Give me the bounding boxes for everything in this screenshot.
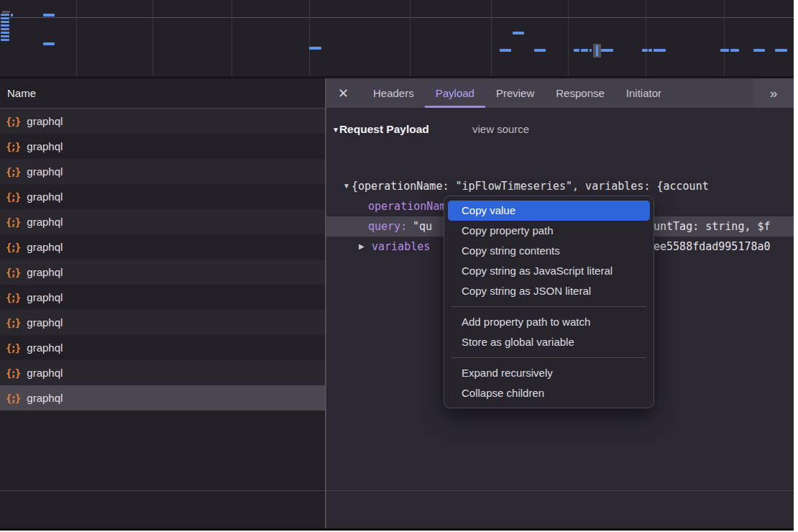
summary-divider xyxy=(0,490,794,491)
context-menu-item-store-as-global-variable[interactable]: Store as global variable xyxy=(448,332,650,352)
network-request-row[interactable]: {;}graphql xyxy=(0,260,325,285)
network-request-row[interactable]: {;}graphql xyxy=(0,335,325,360)
overview-gridline xyxy=(646,0,646,76)
overview-gridline xyxy=(76,0,77,76)
context-menu-item-copy-string-as-javascript-literal[interactable]: Copy string as JavaScript literal xyxy=(448,261,650,281)
overview-bar xyxy=(43,14,55,17)
requests-panel: Name {;}graphql{;}graphql{;}graphql{;}gr… xyxy=(0,78,325,528)
overview-bar xyxy=(534,49,546,52)
menu-separator xyxy=(451,357,646,358)
json-braces-icon: {;} xyxy=(6,141,19,152)
overview-bar xyxy=(590,49,592,52)
tree-root-row[interactable]: ▼ {operationName: "ipFlowTimeseries", va… xyxy=(326,176,794,196)
json-braces-icon: {;} xyxy=(6,342,19,354)
request-name-label: graphql xyxy=(27,316,63,329)
overview-bar xyxy=(513,32,524,35)
requests-header[interactable]: Name xyxy=(0,78,325,109)
panel-divider[interactable] xyxy=(325,78,326,528)
context-menu-item-copy-string-contents[interactable]: Copy string contents xyxy=(448,241,650,261)
network-request-row[interactable]: {;}graphql xyxy=(0,360,325,385)
network-request-row[interactable]: {;}graphql xyxy=(0,134,325,159)
overview-bar xyxy=(1,39,9,41)
network-overview-timeline[interactable] xyxy=(0,0,794,78)
disclosure-triangle-icon[interactable]: ▶ xyxy=(359,237,364,257)
tab-response[interactable]: Response xyxy=(545,78,615,108)
overview-bar xyxy=(720,49,729,52)
property-value-continued: ee5588fdad995178a0 xyxy=(653,237,771,257)
overview-gridline xyxy=(231,0,232,76)
request-name-label: graphql xyxy=(27,266,63,278)
tab-preview[interactable]: Preview xyxy=(485,78,545,108)
network-request-row[interactable]: {;}graphql xyxy=(0,184,325,209)
chevron-double-right-icon: » xyxy=(770,86,778,101)
tab-initiator[interactable]: Initiator xyxy=(615,78,672,108)
context-menu: Copy valueCopy property pathCopy string … xyxy=(444,196,654,408)
request-name-label: graphql xyxy=(27,216,63,228)
network-request-row[interactable]: {;}graphql xyxy=(0,385,325,411)
disclosure-triangle-icon[interactable]: ▼ xyxy=(332,126,339,134)
request-name-label: graphql xyxy=(27,367,63,379)
network-request-row[interactable]: {;}graphql xyxy=(0,285,325,310)
menu-separator xyxy=(451,306,646,307)
network-request-row[interactable]: {;}graphql xyxy=(0,209,325,234)
network-request-row[interactable]: {;}graphql xyxy=(0,234,325,260)
window-bottom-edge xyxy=(0,528,794,531)
json-braces-icon: {;} xyxy=(6,116,19,127)
request-name-label: graphql xyxy=(27,191,63,203)
more-tabs-button[interactable]: » xyxy=(753,78,794,108)
overview-bar xyxy=(1,14,9,16)
context-menu-item-add-property-path-to-watch[interactable]: Add property path to watch xyxy=(448,312,650,332)
property-key: variables xyxy=(372,237,430,257)
overview-bar xyxy=(1,17,9,19)
overview-bar xyxy=(648,49,652,52)
json-braces-icon: {;} xyxy=(6,191,19,203)
context-menu-item-expand-recursively[interactable]: Expand recursively xyxy=(448,363,650,383)
json-braces-icon: {;} xyxy=(6,242,19,253)
network-request-row[interactable]: {;}graphql xyxy=(0,310,325,335)
request-name-label: graphql xyxy=(27,341,63,354)
request-name-label: graphql xyxy=(27,392,63,404)
tab-headers[interactable]: Headers xyxy=(362,78,425,108)
request-name-label: graphql xyxy=(27,115,63,127)
context-menu-item-copy-property-path[interactable]: Copy property path xyxy=(448,221,650,241)
overview-bar xyxy=(730,49,739,52)
overview-bar xyxy=(596,45,598,56)
close-panel-button[interactable]: ✕ xyxy=(335,86,362,101)
request-name-label: graphql xyxy=(27,241,63,253)
overview-bar xyxy=(753,49,765,52)
request-name-label: graphql xyxy=(27,140,63,152)
overview-bar xyxy=(43,42,55,45)
overview-lane-divider xyxy=(0,17,794,18)
property-value-continued: untTag: string, $f xyxy=(653,216,771,237)
overview-bar xyxy=(653,49,666,52)
overview-bar xyxy=(574,49,579,52)
json-braces-icon: {;} xyxy=(6,367,19,379)
close-icon: ✕ xyxy=(338,86,349,101)
json-braces-icon: {;} xyxy=(6,216,19,228)
overview-gridline xyxy=(568,0,569,76)
name-column-label: Name xyxy=(7,87,36,99)
request-payload-header[interactable]: ▼Request Payload xyxy=(332,119,429,139)
devtools-network-panel: Name {;}graphql{;}graphql{;}graphql{;}gr… xyxy=(0,0,794,531)
json-braces-icon: {;} xyxy=(6,317,19,329)
context-menu-item-collapse-children[interactable]: Collapse children xyxy=(448,383,650,403)
view-source-link[interactable]: view source xyxy=(472,119,529,139)
tab-payload[interactable]: Payload xyxy=(425,78,485,108)
overview-bar xyxy=(1,32,9,34)
overview-bar xyxy=(1,24,9,27)
request-list: {;}graphql{;}graphql{;}graphql{;}graphql… xyxy=(0,109,325,411)
overview-bar xyxy=(1,35,9,37)
context-menu-item-copy-string-as-json-literal[interactable]: Copy string as JSON literal xyxy=(448,281,650,301)
json-braces-icon: {;} xyxy=(6,166,19,178)
overview-gridline xyxy=(410,0,411,76)
details-tabbar: ✕ HeadersPayloadPreviewResponseInitiator… xyxy=(326,78,794,108)
json-braces-icon: {;} xyxy=(6,393,19,404)
disclosure-triangle-icon[interactable]: ▼ xyxy=(343,176,350,196)
network-request-row[interactable]: {;}graphql xyxy=(0,159,325,184)
context-menu-item-copy-value[interactable]: Copy value xyxy=(448,201,650,221)
network-request-row[interactable]: {;}graphql xyxy=(0,109,325,134)
request-name-label: graphql xyxy=(27,291,63,303)
overview-bar xyxy=(500,49,511,52)
overview-gridline xyxy=(309,0,310,76)
overview-bar xyxy=(1,21,9,23)
